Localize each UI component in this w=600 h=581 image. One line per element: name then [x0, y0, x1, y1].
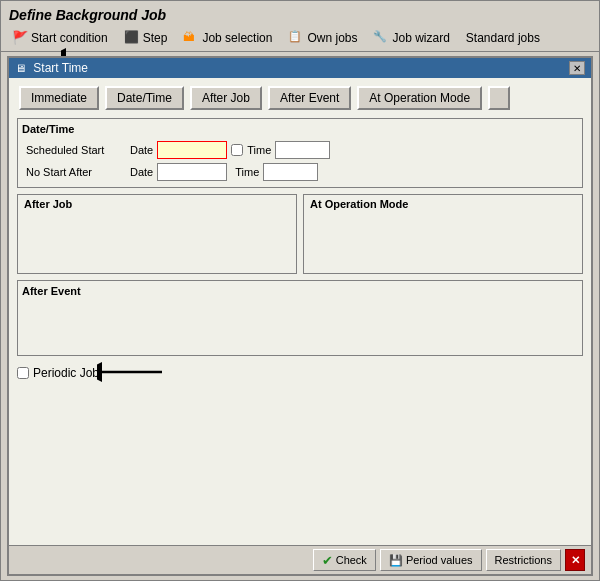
- periodic-job-arrow: [97, 358, 167, 386]
- at-operation-mode-button[interactable]: At Operation Mode: [357, 86, 482, 110]
- cancel-button[interactable]: ✕: [565, 549, 585, 571]
- two-column-section: After Job At Operation Mode: [17, 194, 583, 274]
- periodic-checkbox-container: Periodic Job: [17, 366, 99, 380]
- toolbar-label-own-jobs: Own jobs: [307, 31, 357, 45]
- period-values-button[interactable]: 💾 Period values: [380, 549, 482, 571]
- window-title: Define Background Job: [1, 1, 599, 25]
- check-icon: ✔: [322, 553, 333, 568]
- time-label-1: Time: [247, 144, 271, 156]
- immediate-button[interactable]: Immediate: [19, 86, 99, 110]
- datetime-section: Date/Time Scheduled Start Date Time No S…: [17, 118, 583, 188]
- at-operation-mode-label: At Operation Mode: [304, 195, 582, 213]
- main-window: Define Background Job 🚩 Start condition …: [0, 0, 600, 581]
- mode-buttons-row: Immediate Date/Time After Job After Even…: [9, 78, 591, 118]
- flag-icon: 🚩: [12, 30, 28, 46]
- dialog-content: Date/Time Scheduled Start Date Time No S…: [9, 118, 591, 545]
- disk-icon: 💾: [389, 554, 403, 567]
- after-job-label: After Job: [18, 195, 296, 213]
- at-operation-mode-section: At Operation Mode: [303, 194, 583, 274]
- check-button[interactable]: ✔ Check: [313, 549, 376, 571]
- datetime-button[interactable]: Date/Time: [105, 86, 184, 110]
- restrictions-button[interactable]: Restrictions: [486, 549, 561, 571]
- scheduled-start-label: Scheduled Start: [26, 144, 126, 156]
- toolbar-item-step[interactable]: ⬛ Step: [117, 27, 175, 49]
- scheduled-start-row: Scheduled Start Date Time: [22, 139, 578, 161]
- scheduled-start-time-checkbox[interactable]: [231, 144, 243, 156]
- own-jobs-icon: 📋: [288, 30, 304, 46]
- scheduled-start-time-input[interactable]: [275, 141, 330, 159]
- cancel-icon: ✕: [571, 554, 580, 567]
- toolbar-item-start-condition[interactable]: 🚩 Start condition: [5, 27, 115, 49]
- after-event-content: [22, 301, 578, 351]
- dialog-title-bar: 🖥 Start Time ✕: [9, 58, 591, 78]
- after-event-button[interactable]: After Event: [268, 86, 351, 110]
- date-label-1: Date: [130, 144, 153, 156]
- dialog-title-text: Start Time: [33, 61, 88, 75]
- extra-small-button[interactable]: [488, 86, 510, 110]
- time-label-2: Time: [235, 166, 259, 178]
- toolbar-label-start-condition: Start condition: [31, 31, 108, 45]
- toolbar-item-standard-jobs[interactable]: Standard jobs: [459, 28, 547, 48]
- after-job-content: [18, 213, 296, 273]
- period-values-label: Period values: [406, 554, 473, 566]
- periodic-job-checkbox[interactable]: [17, 367, 29, 379]
- no-start-after-time-input[interactable]: [263, 163, 318, 181]
- after-job-button[interactable]: After Job: [190, 86, 262, 110]
- toolbar-label-job-selection: Job selection: [202, 31, 272, 45]
- periodic-job-label: Periodic Job: [33, 366, 99, 380]
- dialog-close-button[interactable]: ✕: [569, 61, 585, 75]
- start-time-dialog: 🖥 Start Time ✕ Immediate Date/Time After…: [7, 56, 593, 576]
- after-event-section: After Event: [17, 280, 583, 356]
- periodic-job-area: Periodic Job: [17, 362, 583, 384]
- dialog-title-icon: 🖥: [15, 62, 26, 74]
- toolbar-item-job-selection[interactable]: 🏔 Job selection: [176, 27, 279, 49]
- footer-bar: ✔ Check 💾 Period values Restrictions ✕: [9, 545, 591, 574]
- no-start-after-label: No Start After: [26, 166, 126, 178]
- no-start-after-date-input[interactable]: [157, 163, 227, 181]
- wizard-icon: 🔧: [373, 30, 389, 46]
- after-job-section: After Job: [17, 194, 297, 274]
- date-label-2: Date: [130, 166, 153, 178]
- title-text: Define Background Job: [9, 7, 166, 23]
- at-operation-mode-content: [304, 213, 582, 273]
- toolbar-label-job-wizard: Job wizard: [392, 31, 449, 45]
- datetime-section-label: Date/Time: [22, 123, 578, 135]
- no-start-after-row: No Start After Date Time: [22, 161, 578, 183]
- restrictions-label: Restrictions: [495, 554, 552, 566]
- scheduled-start-date-input[interactable]: [157, 141, 227, 159]
- mountain-icon: 🏔: [183, 30, 199, 46]
- toolbar-item-own-jobs[interactable]: 📋 Own jobs: [281, 27, 364, 49]
- dialog-title-area: 🖥 Start Time: [15, 61, 88, 75]
- toolbar-item-job-wizard[interactable]: 🔧 Job wizard: [366, 27, 456, 49]
- toolbar-label-standard-jobs: Standard jobs: [466, 31, 540, 45]
- step-icon: ⬛: [124, 30, 140, 46]
- toolbar-label-step: Step: [143, 31, 168, 45]
- toolbar: 🚩 Start condition ⬛ Step 🏔 Job selection…: [1, 25, 599, 52]
- after-event-label: After Event: [22, 285, 578, 297]
- check-label: Check: [336, 554, 367, 566]
